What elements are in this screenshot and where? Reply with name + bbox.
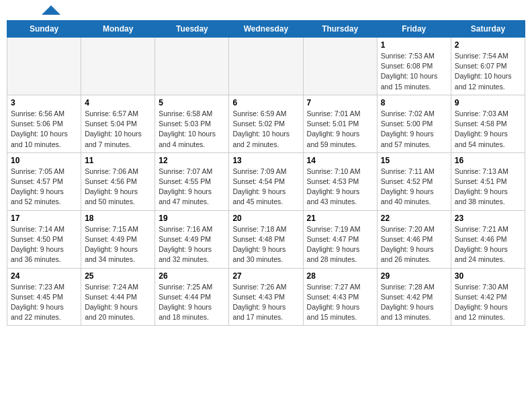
day-number: 14 — [307, 156, 373, 165]
calendar-cell: 8Sunrise: 7:02 AM Sunset: 5:00 PM Daylig… — [377, 95, 451, 152]
day-info: Sunrise: 7:13 AM Sunset: 4:51 PM Dayligh… — [455, 167, 521, 208]
day-info: Sunrise: 7:24 AM Sunset: 4:44 PM Dayligh… — [85, 282, 151, 323]
day-number: 28 — [307, 271, 373, 281]
day-info: Sunrise: 7:07 AM Sunset: 4:55 PM Dayligh… — [159, 167, 225, 208]
day-number: 10 — [11, 156, 77, 165]
weekday-header-thursday: Thursday — [303, 21, 377, 38]
calendar-cell: 4Sunrise: 6:57 AM Sunset: 5:04 PM Daylig… — [81, 95, 155, 152]
week-row-1: 1Sunrise: 7:53 AM Sunset: 6:08 PM Daylig… — [7, 38, 525, 95]
day-number: 13 — [232, 156, 299, 165]
page-header — [7, 7, 525, 15]
calendar-cell — [7, 38, 81, 95]
calendar-cell: 24Sunrise: 7:23 AM Sunset: 4:45 PM Dayli… — [7, 268, 81, 326]
day-number: 25 — [85, 271, 151, 281]
day-info: Sunrise: 7:18 AM Sunset: 4:48 PM Dayligh… — [232, 224, 299, 265]
day-info: Sunrise: 7:02 AM Sunset: 5:00 PM Dayligh… — [381, 109, 447, 150]
calendar-cell: 16Sunrise: 7:13 AM Sunset: 4:51 PM Dayli… — [451, 152, 525, 210]
day-number: 7 — [307, 98, 373, 107]
day-info: Sunrise: 6:58 AM Sunset: 5:03 PM Dayligh… — [159, 109, 225, 150]
calendar-cell: 11Sunrise: 7:06 AM Sunset: 4:56 PM Dayli… — [81, 152, 155, 210]
day-info: Sunrise: 7:19 AM Sunset: 4:47 PM Dayligh… — [307, 224, 373, 265]
calendar-cell: 30Sunrise: 7:30 AM Sunset: 4:42 PM Dayli… — [451, 268, 525, 326]
calendar-cell: 2Sunrise: 7:54 AM Sunset: 6:07 PM Daylig… — [451, 38, 525, 95]
day-number: 11 — [85, 156, 151, 165]
day-info: Sunrise: 7:27 AM Sunset: 4:43 PM Dayligh… — [307, 282, 373, 323]
calendar-cell: 28Sunrise: 7:27 AM Sunset: 4:43 PM Dayli… — [303, 268, 377, 326]
day-info: Sunrise: 7:28 AM Sunset: 4:42 PM Dayligh… — [381, 282, 447, 323]
weekday-header-wednesday: Wednesday — [229, 21, 303, 38]
day-info: Sunrise: 6:56 AM Sunset: 5:06 PM Dayligh… — [11, 109, 77, 150]
calendar-cell: 3Sunrise: 6:56 AM Sunset: 5:06 PM Daylig… — [7, 95, 81, 152]
day-info: Sunrise: 7:23 AM Sunset: 4:45 PM Dayligh… — [11, 282, 77, 323]
calendar-cell — [81, 38, 155, 95]
day-info: Sunrise: 7:06 AM Sunset: 4:56 PM Dayligh… — [85, 167, 151, 208]
weekday-header-row: SundayMondayTuesdayWednesdayThursdayFrid… — [7, 21, 525, 38]
calendar-cell: 29Sunrise: 7:28 AM Sunset: 4:42 PM Dayli… — [377, 268, 451, 326]
day-info: Sunrise: 7:54 AM Sunset: 6:07 PM Dayligh… — [455, 51, 521, 92]
day-number: 1 — [381, 40, 447, 50]
day-info: Sunrise: 7:01 AM Sunset: 5:01 PM Dayligh… — [307, 109, 373, 150]
weekday-header-sunday: Sunday — [7, 21, 81, 38]
weekday-header-monday: Monday — [81, 21, 155, 38]
week-row-5: 24Sunrise: 7:23 AM Sunset: 4:45 PM Dayli… — [7, 268, 525, 326]
calendar-cell — [155, 38, 229, 95]
calendar-cell: 23Sunrise: 7:21 AM Sunset: 4:46 PM Dayli… — [451, 210, 525, 268]
week-row-4: 17Sunrise: 7:14 AM Sunset: 4:50 PM Dayli… — [7, 210, 525, 268]
weekday-header-tuesday: Tuesday — [155, 21, 229, 38]
weekday-header-saturday: Saturday — [451, 21, 525, 38]
day-number: 5 — [159, 98, 225, 107]
calendar-cell: 22Sunrise: 7:20 AM Sunset: 4:46 PM Dayli… — [377, 210, 451, 268]
logo — [7, 7, 60, 15]
day-number: 23 — [455, 214, 521, 223]
day-number: 24 — [11, 271, 77, 281]
calendar-cell: 6Sunrise: 6:59 AM Sunset: 5:02 PM Daylig… — [229, 95, 303, 152]
calendar-cell: 13Sunrise: 7:09 AM Sunset: 4:54 PM Dayli… — [229, 152, 303, 210]
day-number: 9 — [455, 98, 521, 107]
calendar-cell: 20Sunrise: 7:18 AM Sunset: 4:48 PM Dayli… — [229, 210, 303, 268]
day-info: Sunrise: 7:53 AM Sunset: 6:08 PM Dayligh… — [381, 51, 447, 92]
day-info: Sunrise: 7:03 AM Sunset: 4:58 PM Dayligh… — [455, 109, 521, 150]
calendar-cell: 25Sunrise: 7:24 AM Sunset: 4:44 PM Dayli… — [81, 268, 155, 326]
calendar-cell: 18Sunrise: 7:15 AM Sunset: 4:49 PM Dayli… — [81, 210, 155, 268]
day-info: Sunrise: 7:25 AM Sunset: 4:44 PM Dayligh… — [159, 282, 225, 323]
day-info: Sunrise: 7:05 AM Sunset: 4:57 PM Dayligh… — [11, 167, 77, 208]
day-number: 15 — [381, 156, 447, 165]
day-number: 26 — [159, 271, 225, 281]
calendar-cell: 1Sunrise: 7:53 AM Sunset: 6:08 PM Daylig… — [377, 38, 451, 95]
day-info: Sunrise: 7:21 AM Sunset: 4:46 PM Dayligh… — [455, 224, 521, 265]
day-number: 29 — [381, 271, 447, 281]
calendar-cell: 15Sunrise: 7:11 AM Sunset: 4:52 PM Dayli… — [377, 152, 451, 210]
calendar-cell: 26Sunrise: 7:25 AM Sunset: 4:44 PM Dayli… — [155, 268, 229, 326]
day-number: 2 — [455, 40, 521, 50]
calendar-cell: 14Sunrise: 7:10 AM Sunset: 4:53 PM Dayli… — [303, 152, 377, 210]
day-number: 4 — [85, 98, 151, 107]
day-info: Sunrise: 7:09 AM Sunset: 4:54 PM Dayligh… — [232, 167, 299, 208]
day-info: Sunrise: 7:20 AM Sunset: 4:46 PM Dayligh… — [381, 224, 447, 265]
calendar-cell: 10Sunrise: 7:05 AM Sunset: 4:57 PM Dayli… — [7, 152, 81, 210]
day-number: 19 — [159, 214, 225, 223]
day-number: 18 — [85, 214, 151, 223]
calendar-cell: 17Sunrise: 7:14 AM Sunset: 4:50 PM Dayli… — [7, 210, 81, 268]
day-number: 22 — [381, 214, 447, 223]
calendar-cell: 12Sunrise: 7:07 AM Sunset: 4:55 PM Dayli… — [155, 152, 229, 210]
calendar-cell: 5Sunrise: 6:58 AM Sunset: 5:03 PM Daylig… — [155, 95, 229, 152]
day-number: 30 — [455, 271, 521, 281]
day-number: 8 — [381, 98, 447, 107]
day-number: 20 — [232, 214, 299, 223]
day-number: 3 — [11, 98, 77, 107]
day-number: 27 — [232, 271, 299, 281]
svg-marker-0 — [42, 5, 60, 15]
day-info: Sunrise: 7:10 AM Sunset: 4:53 PM Dayligh… — [307, 167, 373, 208]
day-number: 6 — [232, 98, 299, 107]
calendar-cell — [303, 38, 377, 95]
calendar-body: 1Sunrise: 7:53 AM Sunset: 6:08 PM Daylig… — [7, 38, 525, 326]
day-info: Sunrise: 7:14 AM Sunset: 4:50 PM Dayligh… — [11, 224, 77, 265]
logo-arrow-icon — [42, 5, 60, 15]
day-number: 16 — [455, 156, 521, 165]
day-number: 21 — [307, 214, 373, 223]
calendar-table: SundayMondayTuesdayWednesdayThursdayFrid… — [7, 20, 525, 326]
day-number: 17 — [11, 214, 77, 223]
calendar-cell: 9Sunrise: 7:03 AM Sunset: 4:58 PM Daylig… — [451, 95, 525, 152]
week-row-3: 10Sunrise: 7:05 AM Sunset: 4:57 PM Dayli… — [7, 152, 525, 210]
week-row-2: 3Sunrise: 6:56 AM Sunset: 5:06 PM Daylig… — [7, 95, 525, 152]
